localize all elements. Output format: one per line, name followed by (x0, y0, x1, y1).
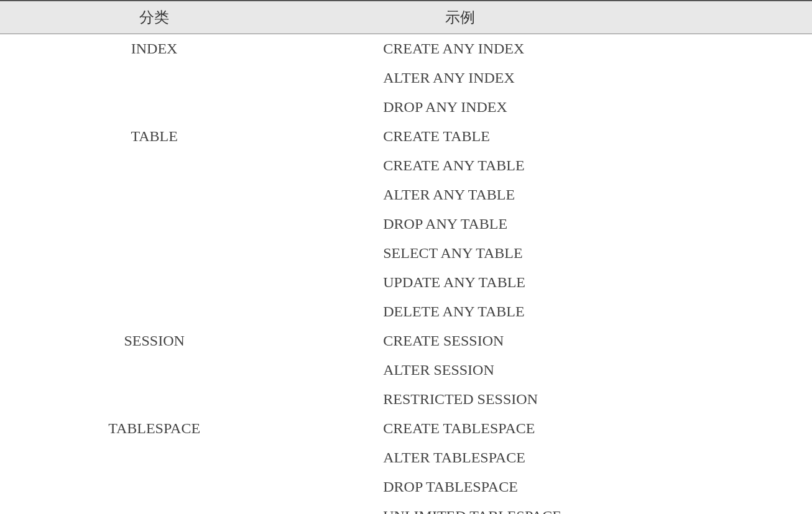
header-example: 示例 (308, 1, 812, 34)
category-cell: SESSION (0, 326, 308, 356)
example-item: RESTRICTED SESSION (308, 385, 812, 414)
example-item: ALTER ANY INDEX (308, 63, 812, 93)
header-category: 分类 (0, 1, 308, 34)
example-item: ALTER SESSION (308, 356, 812, 385)
example-item: CREATE ANY INDEX (308, 34, 812, 63)
example-item: DELETE ANY TABLE (308, 297, 812, 326)
example-item: UNLIMITED TABLESPACE (308, 502, 812, 514)
table-header-row: 分类 示例 (0, 0, 812, 34)
category-cell: TABLE (0, 122, 308, 151)
example-item: DROP ANY TABLE (308, 209, 812, 239)
table-row: INDEX CREATE ANY INDEX ALTER ANY INDEX D… (0, 34, 812, 122)
category-cell: INDEX (0, 34, 308, 63)
example-item: ALTER ANY TABLE (308, 180, 812, 209)
example-item: DROP ANY INDEX (308, 93, 812, 122)
example-cell-group: CREATE TABLESPACE ALTER TABLESPACE DROP … (308, 414, 812, 514)
example-item: SELECT ANY TABLE (308, 239, 812, 268)
example-item: CREATE TABLE (308, 122, 812, 151)
example-cell-group: CREATE TABLE CREATE ANY TABLE ALTER ANY … (308, 122, 812, 326)
example-item: ALTER TABLESPACE (308, 443, 812, 472)
example-item: CREATE TABLESPACE (308, 414, 812, 443)
category-cell: TABLESPACE (0, 414, 308, 443)
example-cell-group: CREATE SESSION ALTER SESSION RESTRICTED … (308, 326, 812, 414)
table-row: TABLESPACE CREATE TABLESPACE ALTER TABLE… (0, 414, 812, 514)
example-item: CREATE ANY TABLE (308, 151, 812, 180)
table-row: TABLE CREATE TABLE CREATE ANY TABLE ALTE… (0, 122, 812, 326)
table-row: SESSION CREATE SESSION ALTER SESSION RES… (0, 326, 812, 414)
table-body: INDEX CREATE ANY INDEX ALTER ANY INDEX D… (0, 34, 812, 514)
example-item: DROP TABLESPACE (308, 472, 812, 502)
example-item: CREATE SESSION (308, 326, 812, 356)
example-cell-group: CREATE ANY INDEX ALTER ANY INDEX DROP AN… (308, 34, 812, 122)
privileges-table: 分类 示例 INDEX CREATE ANY INDEX ALTER ANY I… (0, 0, 812, 514)
example-item: UPDATE ANY TABLE (308, 268, 812, 297)
